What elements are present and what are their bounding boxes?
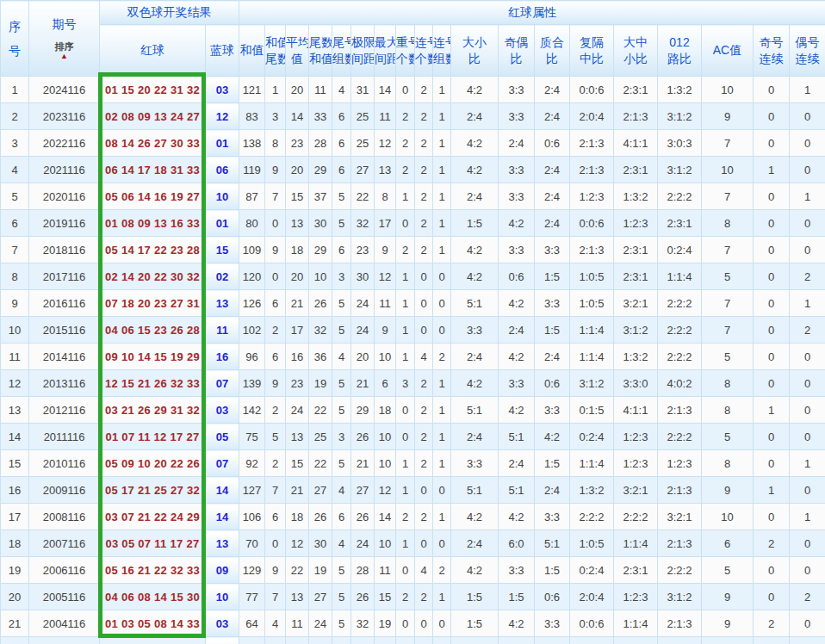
cell-issue: 2014116	[29, 344, 100, 370]
cell-big-small-ratio: 2:4	[451, 530, 499, 557]
cell-prime-composite-ratio: 1:5	[535, 557, 570, 584]
cell-extreme-span: 30	[351, 263, 375, 290]
cell-odd-even-ratio: 4:2	[499, 290, 535, 317]
cell-consecutive-count: 2	[415, 424, 433, 450]
cell-sum: 120	[239, 263, 265, 290]
cell-consecutive-count: 2	[415, 504, 433, 530]
cell-empty	[614, 637, 658, 644]
cell-extreme-span: 31	[351, 77, 375, 103]
cell-tail-groups: 3	[332, 263, 351, 290]
header-band-top: 序 号 期号 排序 ▲ 双色球开奖结果 红球属性	[1, 1, 825, 25]
cell-repeat-count: 1	[396, 450, 415, 477]
cell-ac-value: 8	[702, 397, 754, 424]
cell-serial: 5	[1, 183, 29, 210]
cell-repeat-count: 1	[396, 344, 415, 370]
cell-fu-ge-zhong-ratio: 2:1:3	[570, 237, 614, 263]
cell-tail-sum: 36	[309, 344, 332, 370]
cell-consecutive-groups: 1	[433, 237, 451, 263]
cell-consecutive-count: 2	[415, 584, 433, 610]
cell-max-span: 11	[375, 103, 396, 130]
col-header-sum-tail: 和值尾数	[265, 25, 286, 77]
cell-consecutive-count: 2	[415, 237, 433, 263]
table-row: 13201211603 21 26 29 31 3203142224225291…	[1, 397, 825, 424]
cell-big-small-ratio: 4:2	[451, 237, 499, 263]
cell-repeat-count: 0	[396, 210, 415, 237]
cell-red-balls: 01 08 09 13 16 33	[100, 210, 206, 237]
cell-consecutive-groups: 2	[433, 344, 451, 370]
cell-fu-ge-zhong-ratio: 1:0:5	[570, 290, 614, 317]
cell-odd-even-ratio: 4:2	[499, 610, 535, 637]
cell-even-consecutive: 1	[790, 183, 825, 210]
cell-odd-even-ratio: 5:1	[499, 424, 535, 450]
cell-sum: 75	[239, 424, 265, 450]
cell-ac-value: 7	[702, 237, 754, 263]
cell-big-small-ratio: 1:5	[451, 610, 499, 637]
cell-sum: 109	[239, 237, 265, 263]
cell-serial: 8	[1, 263, 29, 290]
cell-consecutive-count: 0	[415, 530, 433, 557]
cell-tail-groups: 6	[332, 103, 351, 130]
cell-prime-composite-ratio: 3:3	[535, 397, 570, 424]
cell-consecutive-count: 0	[415, 317, 433, 344]
cell-odd-consecutive: 0	[754, 290, 790, 317]
col-header-issue-sort[interactable]: 期号 排序 ▲	[29, 1, 100, 77]
cell-prime-composite-ratio: 2:4	[535, 210, 570, 237]
cell-extreme-span: 32	[351, 610, 375, 637]
cell-sum-tail: 9	[265, 370, 286, 397]
cell-average: 14	[286, 103, 309, 130]
cell-empty	[351, 637, 375, 644]
table-row: 18200711603 05 07 11 17 2713700123042410…	[1, 530, 825, 557]
cell-extreme-span: 26	[351, 504, 375, 530]
cell-012-road-ratio: 3:1:2	[658, 584, 702, 610]
cell-red-balls: 01 15 20 22 31 32	[100, 77, 206, 103]
cell-average: 23	[286, 370, 309, 397]
cell-tail-sum: 22	[309, 450, 332, 477]
cell-big-mid-small-ratio: 2:1:3	[614, 103, 658, 130]
cell-extreme-span: 26	[351, 584, 375, 610]
sort-label[interactable]: 排序	[29, 41, 99, 52]
cell-issue: 2008116	[29, 504, 100, 530]
cell-big-small-ratio: 5:1	[451, 397, 499, 424]
cell-prime-composite-ratio: 0:6	[535, 584, 570, 610]
cell-average: 20	[286, 263, 309, 290]
cell-average: 21	[286, 290, 309, 317]
cell-tail-sum: 28	[309, 130, 332, 157]
cell-odd-consecutive: 0	[754, 210, 790, 237]
sort-asc-icon[interactable]: ▲	[29, 52, 99, 60]
cell-issue: 2012116	[29, 397, 100, 424]
cell-max-span: 11	[375, 557, 396, 584]
cell-big-mid-small-ratio: 2:3:1	[614, 157, 658, 183]
cell-odd-consecutive: 0	[754, 344, 790, 370]
cell-extreme-span: 25	[351, 130, 375, 157]
cell-ac-value: 10	[702, 77, 754, 103]
cell-max-span: 10	[375, 450, 396, 477]
cell-sum-tail: 3	[265, 103, 286, 130]
cell-sum-tail: 8	[265, 130, 286, 157]
table-row: 15201011605 09 10 20 22 2607922152252110…	[1, 450, 825, 477]
cell-sum-tail: 2	[265, 317, 286, 344]
table-row: 1202411601 15 20 22 31 32031211201143114…	[1, 77, 825, 103]
cell-consecutive-count: 2	[415, 397, 433, 424]
cell-prime-composite-ratio: 3:3	[535, 290, 570, 317]
cell-issue: 2017116	[29, 263, 100, 290]
cell-extreme-span: 27	[351, 157, 375, 183]
cell-extreme-span: 21	[351, 370, 375, 397]
cell-sum: 92	[239, 450, 265, 477]
cell-fu-ge-zhong-ratio: 1:1:4	[570, 317, 614, 344]
cell-extreme-span: 24	[351, 317, 375, 344]
cell-max-span: 6	[375, 370, 396, 397]
cell-012-road-ratio: 2:1:3	[658, 477, 702, 504]
cell-serial: 17	[1, 504, 29, 530]
cell-big-mid-small-ratio: 2:3:1	[614, 263, 658, 290]
cell-red-balls: 03 07 21 22 24 29	[100, 504, 206, 530]
cell-empty	[332, 637, 351, 644]
cell-even-consecutive: 1	[790, 290, 825, 317]
col-header-odd-consecutive: 奇号连续	[754, 25, 790, 77]
cell-max-span: 14	[375, 504, 396, 530]
table-row: 14201111601 07 11 12 17 2705755132532610…	[1, 424, 825, 450]
cell-consecutive-count: 4	[415, 557, 433, 584]
cell-big-small-ratio: 4:2	[451, 263, 499, 290]
cell-even-consecutive: 0	[790, 130, 825, 157]
cell-red-balls: 08 14 26 27 30 33	[100, 130, 206, 157]
cell-consecutive-groups: 1	[433, 130, 451, 157]
